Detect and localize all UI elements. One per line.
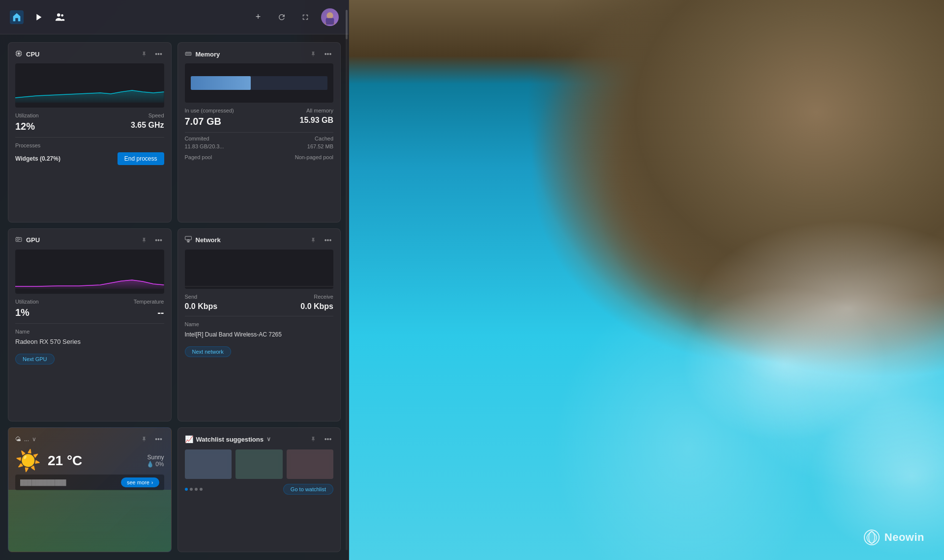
gpu-card: GPU ••• bbox=[8, 228, 172, 422]
memory-card-header: Memory ••• bbox=[185, 49, 334, 59]
memory-card-actions: ••• bbox=[308, 49, 333, 59]
refresh-button[interactable] bbox=[274, 9, 290, 25]
expand-button[interactable] bbox=[297, 9, 313, 25]
memory-divider1 bbox=[185, 132, 334, 133]
gpu-divider bbox=[15, 323, 164, 324]
watchlist-stocks bbox=[185, 449, 334, 479]
cpu-divider bbox=[15, 137, 164, 138]
nav-people-icon[interactable] bbox=[53, 10, 67, 24]
cpu-more-button[interactable]: ••• bbox=[153, 49, 164, 59]
add-button[interactable]: + bbox=[250, 9, 266, 25]
watchlist-title-text: Watchlist suggestions bbox=[196, 436, 264, 443]
user-avatar[interactable] bbox=[321, 8, 339, 26]
memory-cached-label: Cached bbox=[315, 136, 333, 141]
network-title-row: Network bbox=[185, 236, 221, 244]
gpu-card-actions: ••• bbox=[139, 235, 164, 246]
weather-rain-percent: 0% bbox=[155, 461, 164, 468]
cpu-pin-button[interactable] bbox=[139, 49, 149, 59]
neowin-label: Neowin bbox=[885, 531, 924, 544]
weather-sun-small: 🌤 bbox=[15, 436, 21, 443]
cpu-process-row: Widgets (0.27%) End process bbox=[15, 152, 164, 165]
memory-title-row: Memory bbox=[185, 50, 220, 58]
next-gpu-button[interactable]: Next GPU bbox=[15, 354, 55, 364]
content-grid: CPU ••• bbox=[0, 34, 349, 560]
memory-card: Memory ••• In use (compressed) bbox=[177, 42, 341, 223]
dot-2 bbox=[190, 488, 193, 491]
scrollbar-track[interactable] bbox=[346, 10, 348, 550]
cpu-title-row: CPU bbox=[15, 50, 39, 58]
memory-inuse-value: 7.07 GB bbox=[185, 116, 221, 127]
svg-rect-20 bbox=[188, 53, 189, 54]
weather-footer: ████████████ see more › bbox=[15, 475, 164, 490]
network-send-label: Send bbox=[185, 294, 198, 300]
memory-inuse-label: In use (compressed) bbox=[185, 108, 234, 113]
goto-watchlist-button[interactable]: Go to watchlist bbox=[283, 484, 333, 495]
weather-actions: ••• bbox=[139, 434, 164, 445]
gpu-more-button[interactable]: ••• bbox=[153, 235, 164, 246]
cpu-icon bbox=[15, 50, 22, 58]
gpu-name-value: Radeon RX 570 Series bbox=[15, 338, 81, 345]
network-pin-button[interactable] bbox=[308, 235, 319, 246]
svg-rect-6 bbox=[326, 18, 334, 24]
memory-committed-label: Commited bbox=[185, 136, 209, 141]
next-network-button[interactable]: Next network bbox=[185, 346, 231, 357]
see-more-button[interactable]: see more › bbox=[121, 477, 159, 487]
gpu-stats-row: Utilization Temperature bbox=[15, 299, 164, 305]
gpu-chart bbox=[15, 250, 164, 294]
memory-icon bbox=[185, 50, 192, 58]
watchlist-card: 📈 Watchlist suggestions ∨ ••• bbox=[177, 427, 341, 552]
cpu-process-name: Widgets (0.27%) bbox=[15, 155, 60, 162]
weather-card: 🌤 ... ∨ ••• ☀️ 21 °C bbox=[8, 427, 172, 552]
ocean-overlay bbox=[305, 0, 944, 560]
dot-1 bbox=[185, 488, 188, 491]
watchlist-pin-button[interactable] bbox=[308, 434, 319, 445]
memory-all-value: 15.93 GB bbox=[300, 116, 333, 125]
memory-pin-button[interactable] bbox=[308, 49, 319, 59]
cpu-speed-value: 3.65 GHz bbox=[131, 121, 164, 130]
weather-condition-col: Sunny 💧 0% bbox=[147, 454, 164, 468]
cpu-chart bbox=[15, 63, 164, 108]
cpu-utilization-label: Utilization bbox=[15, 112, 39, 118]
weather-pin-button[interactable] bbox=[139, 434, 149, 445]
svg-rect-27 bbox=[17, 239, 19, 241]
cpu-values-row: 12% 3.65 GHz bbox=[15, 120, 164, 134]
weather-temperature: 21 °C bbox=[48, 453, 82, 469]
gpu-temperature-value: -- bbox=[157, 307, 164, 318]
network-receive-label: Receive bbox=[314, 294, 333, 300]
scrollbar-thumb[interactable] bbox=[346, 10, 348, 39]
nav-icons bbox=[10, 10, 67, 24]
memory-top-labels: In use (compressed) All memory bbox=[185, 108, 334, 113]
weather-rain: 💧 0% bbox=[147, 461, 164, 468]
svg-point-3 bbox=[61, 14, 63, 17]
nav-home-icon[interactable] bbox=[10, 10, 24, 24]
gpu-utilization-value: 1% bbox=[15, 307, 30, 318]
network-name-value: Intel[R] Dual Band Wireless-AC 7265 bbox=[185, 331, 282, 338]
weather-more-button[interactable]: ••• bbox=[153, 434, 164, 445]
gpu-pin-button[interactable] bbox=[139, 235, 149, 246]
svg-rect-18 bbox=[186, 53, 186, 54]
network-card: Network ••• Send Receive bbox=[177, 228, 341, 422]
watchlist-dots bbox=[185, 488, 203, 491]
weather-location: 🌤 ... ∨ bbox=[15, 436, 36, 443]
watchlist-icon: 📈 bbox=[185, 435, 193, 443]
end-process-button[interactable]: End process bbox=[118, 152, 164, 165]
watchlist-more-button[interactable]: ••• bbox=[323, 434, 333, 445]
network-more-button[interactable]: ••• bbox=[323, 235, 333, 246]
gpu-title: GPU bbox=[26, 236, 40, 244]
stock-item-1 bbox=[185, 449, 232, 479]
memory-cached-value: 167.52 MB bbox=[307, 143, 333, 149]
memory-committed-values: 11.83 GB/20.3... 167.52 MB bbox=[185, 143, 334, 152]
weather-temp-row: ☀️ 21 °C Sunny 💧 0% bbox=[15, 448, 164, 473]
cpu-card-actions: ••• bbox=[139, 49, 164, 59]
watchlist-title-row: 📈 Watchlist suggestions ∨ bbox=[185, 435, 271, 443]
network-icon bbox=[185, 236, 192, 244]
memory-more-button[interactable]: ••• bbox=[323, 49, 333, 59]
nav-media-icon[interactable] bbox=[31, 10, 45, 24]
watchlist-chevron-icon: ∨ bbox=[266, 436, 271, 443]
dot-4 bbox=[200, 488, 203, 491]
network-card-actions: ••• bbox=[308, 235, 333, 246]
gpu-name-label: Name bbox=[15, 329, 30, 335]
watchlist-header: 📈 Watchlist suggestions ∨ ••• bbox=[185, 434, 334, 445]
cpu-utilization-value: 12% bbox=[15, 121, 35, 132]
cpu-title: CPU bbox=[26, 51, 39, 58]
